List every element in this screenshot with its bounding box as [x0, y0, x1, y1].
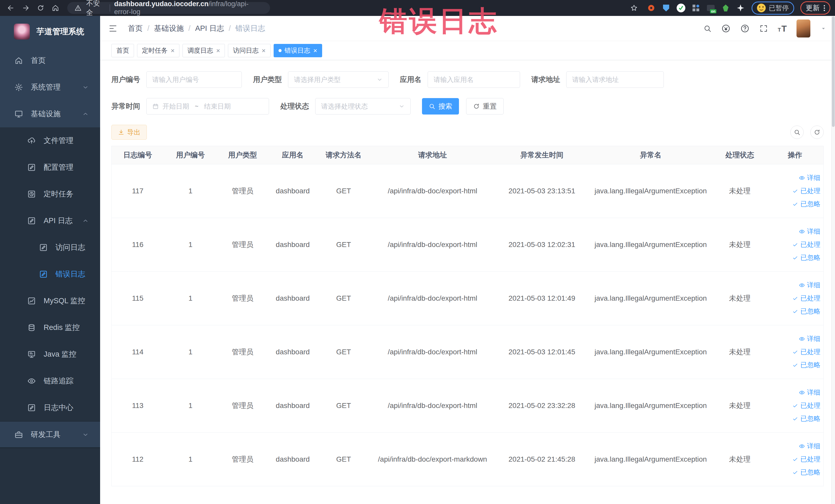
reset-button[interactable]: 重置: [466, 98, 504, 115]
cell-url: /api/infra/db-doc/export-markdown: [370, 432, 495, 486]
font-size-icon[interactable]: TT: [778, 24, 787, 33]
user-type-select[interactable]: 请选择用户类型: [288, 72, 389, 88]
sidebar-item-7[interactable]: 访问日志: [0, 234, 100, 261]
close-icon[interactable]: ×: [171, 47, 175, 54]
sidebar-filler: [0, 448, 100, 504]
date-range-input[interactable]: 开始日期 ~ 结束日期: [146, 98, 269, 115]
tab-调度日志[interactable]: 调度日志×: [183, 44, 225, 57]
user-id-input[interactable]: 请输入用户编号: [146, 72, 242, 88]
action-详细[interactable]: 详细: [767, 173, 820, 182]
tab-错误日志[interactable]: 错误日志×: [273, 44, 322, 57]
action-详细[interactable]: 详细: [767, 227, 820, 236]
avatar[interactable]: [796, 20, 810, 38]
sidebar-item-2[interactable]: 基础设施: [0, 101, 100, 127]
reload-icon[interactable]: [34, 2, 47, 14]
breadcrumb-item-2[interactable]: API 日志: [195, 23, 224, 34]
sidebar-item-5[interactable]: 定时任务: [0, 181, 100, 207]
request-url-input[interactable]: 请输入请求地址: [566, 72, 664, 88]
scrollbar[interactable]: [831, 16, 835, 504]
close-icon[interactable]: ×: [262, 47, 265, 54]
app-title: 芋道管理系统: [37, 26, 84, 37]
export-button[interactable]: 导出: [111, 125, 147, 140]
chevron-down-icon: [376, 77, 383, 83]
breadcrumb-item-0[interactable]: 首页: [128, 23, 143, 34]
ext-grid-drop-icon[interactable]: [691, 3, 701, 13]
refresh-table-button[interactable]: [810, 125, 824, 139]
process-status-select[interactable]: 请选择处理状态: [315, 98, 411, 115]
action-已处理[interactable]: 已处理: [767, 347, 820, 356]
eye-icon: [799, 336, 805, 342]
sidebar-item-12[interactable]: 链路追踪: [0, 368, 100, 395]
cell-method: GET: [318, 379, 370, 432]
github-icon[interactable]: [721, 24, 731, 33]
forward-icon[interactable]: [20, 2, 32, 14]
cell-user_id: 1: [164, 325, 217, 379]
app-name-input[interactable]: 请输入应用名: [428, 72, 520, 88]
cell-actions: 详细已处理已忽略: [767, 325, 823, 379]
sidebar-item-0[interactable]: 首页: [0, 47, 100, 74]
home-icon[interactable]: [49, 2, 62, 14]
divider: [109, 4, 110, 12]
search-icon[interactable]: [703, 24, 712, 33]
action-已处理[interactable]: 已处理: [767, 240, 820, 249]
sidebar-item-9[interactable]: MySQL 监控: [0, 287, 100, 314]
action-详细[interactable]: 详细: [767, 334, 820, 343]
close-icon[interactable]: ×: [216, 47, 220, 54]
column-header: 操作: [767, 146, 823, 164]
sidebar-item-11[interactable]: Java 监控: [0, 341, 100, 368]
ext-pinwheel-icon[interactable]: [736, 3, 746, 13]
sidebar-item-4[interactable]: 配置管理: [0, 154, 100, 181]
database-icon: [27, 323, 36, 332]
action-已处理[interactable]: 已处理: [767, 294, 820, 303]
action-已处理[interactable]: 已处理: [767, 455, 820, 464]
sidebar: 芋道管理系统 首页系统管理基础设施文件管理配置管理定时任务API 日志访问日志错…: [0, 16, 100, 504]
sidebar-item-3[interactable]: 文件管理: [0, 127, 100, 154]
action-已忽略[interactable]: 已忽略: [767, 253, 820, 262]
cell-url: /api/infra/db-doc/export-html: [370, 271, 495, 325]
action-已忽略[interactable]: 已忽略: [767, 468, 820, 477]
sidebar-item-6[interactable]: API 日志: [0, 207, 100, 234]
sidebar-item-14[interactable]: 研发工具: [0, 421, 100, 448]
cell-user_id: 1: [164, 432, 217, 486]
action-已忽略[interactable]: 已忽略: [767, 307, 820, 316]
action-已处理[interactable]: 已处理: [767, 401, 820, 410]
cell-exception: java.lang.IllegalArgumentException: [588, 271, 713, 325]
sidebar-item-8[interactable]: 错误日志: [0, 261, 100, 287]
paused-badge[interactable]: 已暂停: [752, 2, 794, 15]
action-已处理[interactable]: 已处理: [767, 186, 820, 195]
sidebar-item-1[interactable]: 系统管理: [0, 74, 100, 101]
action-详细[interactable]: 详细: [767, 442, 820, 450]
search-button[interactable]: 搜索: [422, 98, 459, 115]
ext-on-badge-icon[interactable]: on: [706, 3, 716, 13]
ext-orange-ring-icon[interactable]: [646, 3, 656, 13]
update-badge[interactable]: 更新: [800, 1, 830, 15]
ext-green-check-icon[interactable]: [676, 3, 686, 13]
sidebar-item-10[interactable]: Redis 监控: [0, 314, 100, 341]
close-icon[interactable]: ×: [313, 47, 317, 54]
tab-访问日志[interactable]: 访问日志×: [228, 44, 270, 57]
scrollbar-thumb[interactable]: [832, 16, 835, 127]
action-已忽略[interactable]: 已忽略: [767, 200, 820, 208]
ext-blue-shield-icon[interactable]: [661, 3, 671, 13]
address-bar[interactable]: 不安全 dashboard.yudao.iocoder.cn/infra/log…: [67, 2, 270, 14]
kebab-menu-icon[interactable]: [824, 5, 825, 11]
action-已忽略[interactable]: 已忽略: [767, 361, 820, 369]
bookmark-star-icon[interactable]: [628, 2, 640, 14]
cell-method: GET: [318, 271, 370, 325]
cell-status: 未处理: [713, 325, 767, 379]
breadcrumb-item-1[interactable]: 基础设施: [154, 23, 184, 34]
action-详细[interactable]: 详细: [767, 281, 820, 289]
tab-首页[interactable]: 首页: [111, 44, 134, 57]
fold-menu-icon[interactable]: [108, 24, 118, 33]
fullscreen-icon[interactable]: [759, 24, 768, 33]
back-icon[interactable]: [5, 2, 17, 14]
ext-leaf-icon[interactable]: [721, 3, 731, 13]
toggle-search-button[interactable]: [790, 125, 804, 139]
action-已忽略[interactable]: 已忽略: [767, 414, 820, 423]
logo-row[interactable]: 芋道管理系统: [0, 16, 100, 47]
help-icon[interactable]: [740, 24, 750, 33]
sidebar-item-13[interactable]: 日志中心: [0, 395, 100, 421]
tab-定时任务[interactable]: 定时任务×: [137, 44, 179, 57]
chevron-down-icon[interactable]: [820, 25, 827, 32]
action-详细[interactable]: 详细: [767, 388, 820, 397]
